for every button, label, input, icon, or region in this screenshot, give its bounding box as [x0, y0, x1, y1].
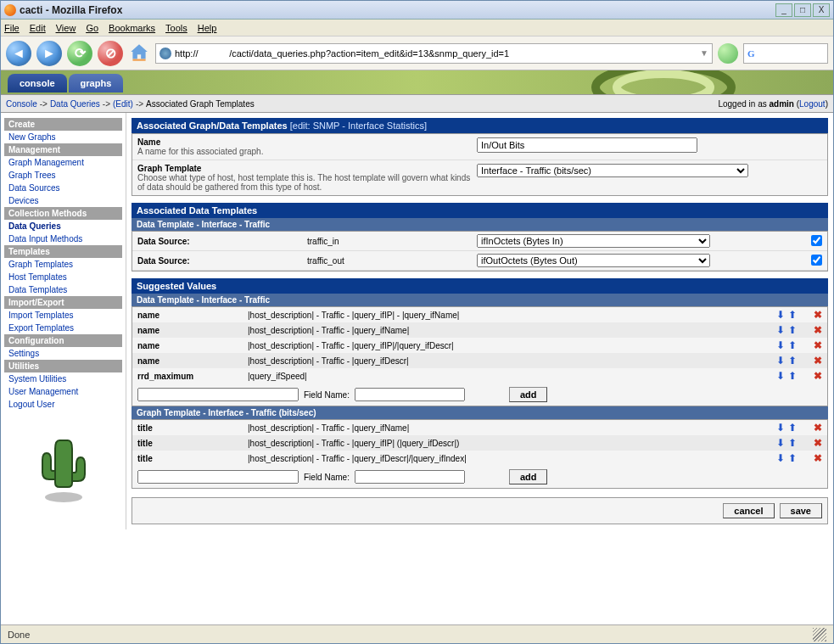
suggested-value-row: name|host_description| - Traffic - |quer…	[132, 322, 827, 338]
sidebar-item[interactable]: Graph Trees	[4, 169, 122, 182]
move-up-icon[interactable]: ⬆	[788, 452, 797, 464]
move-down-icon[interactable]: ⬇	[776, 309, 785, 321]
crumb-data-queries[interactable]: Data Queries	[50, 99, 100, 109]
resize-grip-icon[interactable]	[813, 628, 826, 641]
sidebar-item[interactable]: Data Input Methods	[4, 232, 122, 245]
stop-button[interactable]: ⊘	[98, 41, 123, 66]
crumb-console[interactable]: Console	[6, 99, 37, 109]
move-down-icon[interactable]: ⬇	[776, 339, 785, 351]
sv-fieldname-input[interactable]	[355, 388, 465, 401]
sv-value-input[interactable]	[137, 470, 299, 484]
sidebar-section-header: Utilities	[4, 360, 122, 372]
sidebar-item[interactable]: Export Templates	[4, 322, 122, 334]
close-button[interactable]: X	[813, 3, 830, 17]
menu-edit[interactable]: Edit	[30, 23, 46, 33]
move-down-icon[interactable]: ⬇	[776, 324, 785, 336]
breadcrumb: Console -> Data Queries -> (Edit) -> Ass…	[1, 94, 833, 113]
sidebar-item[interactable]: Host Templates	[4, 271, 122, 283]
delete-icon[interactable]: ✖	[814, 355, 822, 367]
search-box[interactable]: G	[743, 43, 828, 64]
sidebar-item[interactable]: Graph Management	[4, 156, 122, 169]
move-up-icon[interactable]: ⬆	[788, 370, 797, 382]
ds-field: traffic_out	[307, 256, 477, 266]
toolbar: ◄ ► ⟳ ⊘ ▼ G	[1, 36, 833, 70]
move-up-icon[interactable]: ⬆	[788, 339, 797, 351]
delete-icon[interactable]: ✖	[814, 309, 822, 321]
move-down-icon[interactable]: ⬇	[776, 452, 785, 464]
status-text: Done	[8, 630, 30, 640]
move-up-icon[interactable]: ⬆	[788, 355, 797, 367]
statusbar: Done	[1, 624, 833, 643]
move-up-icon[interactable]: ⬆	[788, 422, 797, 434]
forward-button[interactable]: ►	[36, 41, 62, 66]
back-button[interactable]: ◄	[6, 41, 31, 66]
sidebar-item[interactable]: System Utilities	[4, 372, 122, 385]
graph-template-select[interactable]: Interface - Traffic (bits/sec)	[477, 164, 748, 177]
firefox-icon	[4, 4, 16, 16]
move-up-icon[interactable]: ⬆	[788, 437, 797, 449]
sv-field: title	[137, 454, 248, 463]
sidebar-section-header: Configuration	[4, 334, 122, 347]
suggested-value-row: title|host_description| - Traffic - |que…	[132, 451, 827, 466]
go-button[interactable]	[718, 43, 738, 64]
data-source-row: Data Source:traffic_inifInOctets (Bytes …	[132, 232, 827, 251]
sidebar-item[interactable]: Logout User	[4, 398, 122, 411]
sidebar-item[interactable]: Import Templates	[4, 309, 122, 322]
menu-help[interactable]: Help	[198, 23, 217, 33]
tab-graphs[interactable]: graphs	[69, 74, 124, 92]
url-bar[interactable]: ▼	[155, 43, 713, 64]
delete-icon[interactable]: ✖	[814, 437, 822, 449]
move-down-icon[interactable]: ⬇	[776, 370, 785, 382]
ds-select[interactable]: ifInOctets (Bytes In)	[477, 234, 710, 248]
delete-icon[interactable]: ✖	[814, 452, 822, 464]
menu-go[interactable]: Go	[86, 23, 98, 33]
move-up-icon[interactable]: ⬆	[788, 309, 797, 321]
move-up-icon[interactable]: ⬆	[788, 324, 797, 336]
sidebar-item[interactable]: New Graphs	[4, 131, 122, 143]
sidebar-item[interactable]: Data Templates	[4, 283, 122, 296]
name-input[interactable]	[477, 137, 697, 153]
move-down-icon[interactable]: ⬇	[776, 355, 785, 367]
field-name-label: Field Name:	[304, 390, 350, 400]
sidebar-item[interactable]: Graph Templates	[4, 258, 122, 271]
maximize-button[interactable]: □	[794, 3, 811, 17]
tab-console[interactable]: console	[8, 74, 67, 92]
reload-button[interactable]: ⟳	[67, 41, 92, 66]
sv-value: |host_description| - Traffic - |query_if…	[248, 439, 754, 448]
save-button[interactable]: save	[780, 503, 822, 518]
crumb-edit[interactable]: (Edit)	[113, 99, 133, 109]
add-button[interactable]: add	[509, 387, 548, 402]
sidebar-item[interactable]: Devices	[4, 194, 122, 207]
data-source-row: Data Source:traffic_outifOutOctets (Byte…	[132, 251, 827, 271]
sv-field: name	[137, 356, 248, 366]
ds-checkbox[interactable]	[811, 235, 822, 246]
home-button[interactable]	[128, 42, 150, 65]
ds-select[interactable]: ifOutOctets (Bytes Out)	[477, 254, 710, 267]
ds-checkbox[interactable]	[811, 255, 822, 266]
sv-fieldname-input[interactable]	[355, 470, 465, 484]
add-button[interactable]: add	[509, 469, 548, 484]
sidebar-item[interactable]: Settings	[4, 347, 122, 360]
minimize-button[interactable]: _	[775, 3, 792, 17]
globe-icon	[160, 48, 171, 59]
suggested-value-row: name|host_description| - Traffic - |quer…	[132, 307, 827, 322]
url-input[interactable]	[175, 48, 697, 59]
sidebar-item[interactable]: Data Sources	[4, 182, 122, 194]
sv-field: name	[137, 341, 248, 350]
delete-icon[interactable]: ✖	[814, 339, 822, 351]
url-dropdown-icon[interactable]: ▼	[700, 48, 708, 58]
logout-link[interactable]: Logout	[799, 99, 826, 109]
delete-icon[interactable]: ✖	[814, 370, 822, 382]
sv-value-input[interactable]	[137, 388, 299, 401]
menu-tools[interactable]: Tools	[165, 23, 188, 33]
sidebar-item[interactable]: User Management	[4, 385, 122, 398]
delete-icon[interactable]: ✖	[814, 324, 822, 336]
sidebar-item[interactable]: Data Queries	[4, 220, 122, 232]
menu-view[interactable]: View	[56, 23, 76, 33]
menu-bookmarks[interactable]: Bookmarks	[109, 23, 155, 33]
menu-file[interactable]: File	[4, 23, 20, 33]
move-down-icon[interactable]: ⬇	[776, 437, 785, 449]
move-down-icon[interactable]: ⬇	[776, 422, 785, 434]
cancel-button[interactable]: cancel	[723, 503, 774, 518]
delete-icon[interactable]: ✖	[814, 422, 822, 434]
